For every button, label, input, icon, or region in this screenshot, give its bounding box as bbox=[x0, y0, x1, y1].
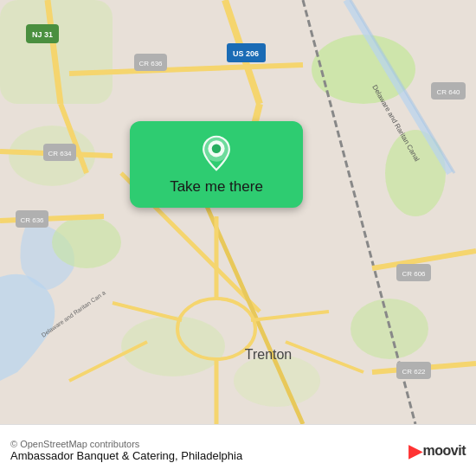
attribution-text: © OpenStreetMap contributors bbox=[10, 439, 400, 449]
svg-text:CR 606: CR 606 bbox=[402, 270, 426, 278]
location-pin-icon bbox=[198, 135, 235, 171]
button-label: Take me there bbox=[170, 178, 263, 196]
svg-point-51 bbox=[212, 145, 222, 154]
svg-text:CR 636: CR 636 bbox=[20, 216, 44, 224]
take-me-there-button[interactable]: Take me there bbox=[130, 121, 303, 208]
location-info: © OpenStreetMap contributors Ambassador … bbox=[10, 439, 400, 462]
moovit-icon: ▶ bbox=[408, 441, 421, 461]
svg-point-8 bbox=[351, 299, 428, 359]
svg-text:CR 622: CR 622 bbox=[402, 368, 426, 376]
location-name: Ambassador Banquet & Catering, Philadelp… bbox=[10, 449, 400, 462]
svg-text:Trenton: Trenton bbox=[245, 347, 293, 362]
svg-point-3 bbox=[52, 216, 121, 268]
map-area: Delaware and Raritan Canal bbox=[0, 0, 476, 424]
bottom-bar: © OpenStreetMap contributors Ambassador … bbox=[0, 424, 476, 476]
svg-text:US 206: US 206 bbox=[233, 49, 259, 58]
svg-text:CR 636: CR 636 bbox=[138, 60, 163, 68]
moovit-text: moovit bbox=[423, 443, 466, 459]
svg-text:CR 634: CR 634 bbox=[48, 150, 72, 158]
svg-text:CR 640: CR 640 bbox=[436, 88, 460, 96]
svg-text:NJ 31: NJ 31 bbox=[32, 30, 53, 39]
moovit-logo: ▶ moovit bbox=[408, 441, 466, 461]
map-svg: Delaware and Raritan Canal bbox=[0, 0, 476, 424]
